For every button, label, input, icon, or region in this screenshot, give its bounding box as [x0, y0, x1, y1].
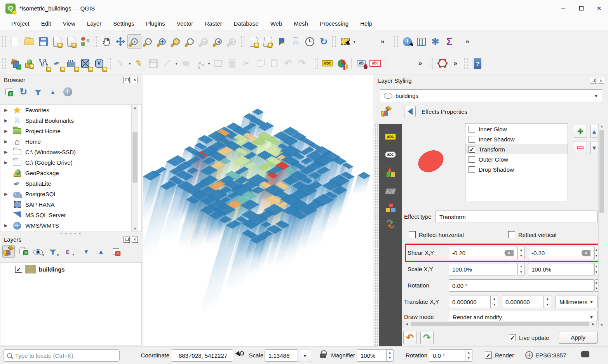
filter-dropdown[interactable]: ▾: [56, 253, 60, 257]
clear-value-icon[interactable]: ✕: [504, 250, 514, 256]
spin-down-icon[interactable]: ▼: [493, 303, 496, 307]
layer-row-buildings[interactable]: buildings: [0, 263, 141, 276]
menu-project[interactable]: Project: [5, 18, 35, 29]
browser-add-layer-button[interactable]: +: [2, 85, 15, 98]
visibility-dropdown[interactable]: ▾: [41, 253, 45, 257]
menu-layer[interactable]: Layer: [81, 18, 108, 29]
pan-to-selection-button[interactable]: [113, 34, 127, 49]
add-feature-button[interactable]: [160, 56, 174, 71]
current-edits-button[interactable]: [113, 56, 127, 71]
spin-up-icon[interactable]: ▲: [595, 249, 598, 252]
scroll-up-icon[interactable]: ▲: [132, 105, 138, 110]
render-checkbox[interactable]: [485, 352, 492, 359]
layer-labeling-button[interactable]: [321, 56, 334, 71]
expand-arrow-icon[interactable]: ▶: [4, 139, 9, 144]
toolbar-grip[interactable]: [2, 58, 6, 69]
shear-x-field[interactable]: -0.20✕: [449, 247, 517, 259]
new-shapefile-layer-button[interactable]: ✱: [36, 56, 50, 71]
expand-arrow-icon[interactable]: ▶: [4, 223, 9, 228]
processing-toolbox-button[interactable]: [428, 34, 442, 49]
rotation-spinner[interactable]: ▲▼: [594, 279, 598, 292]
coordinate-field[interactable]: -8837028, 5412227: [171, 349, 233, 362]
browser-item-geopackage[interactable]: GeoPackage: [0, 168, 141, 178]
menu-settings[interactable]: Settings: [107, 18, 140, 29]
effect-row-outer-glow[interactable]: Outer Glow: [465, 154, 568, 164]
zoom-next-button[interactable]: ▶: [225, 34, 239, 49]
browser-item-postgresql[interactable]: ▶PostgreSQL: [0, 189, 141, 199]
tab-history[interactable]: [383, 216, 398, 232]
undock-panel-button[interactable]: [124, 77, 130, 83]
expand-all-button[interactable]: [80, 245, 92, 258]
styling-layer-selector[interactable]: buildings ▼: [380, 89, 602, 102]
undo-button[interactable]: [281, 56, 295, 71]
pan-map-button[interactable]: [99, 34, 113, 49]
effect-row-inner-shadow[interactable]: Inner Shadow: [465, 134, 568, 144]
layer-visibility-checkbox[interactable]: [15, 266, 22, 273]
layer-diagrams-button[interactable]: [334, 56, 348, 71]
styling-redo-button[interactable]: [420, 331, 434, 344]
open-layer-styling-button[interactable]: [2, 245, 15, 258]
zoom-to-layer-button[interactable]: [183, 34, 197, 49]
effect-checkbox[interactable]: [469, 126, 475, 132]
spin-up-icon[interactable]: ▲: [388, 351, 392, 354]
scrollbar-thumb[interactable]: [132, 132, 138, 183]
expand-arrow-icon[interactable]: ▶: [4, 108, 9, 113]
delete-selected-button[interactable]: [225, 56, 239, 71]
spin-down-icon[interactable]: ▼: [388, 357, 392, 360]
browser-item-spatial-bookmarks[interactable]: ▶Spatial Bookmarks: [0, 115, 141, 126]
map-canvas[interactable]: [143, 75, 373, 346]
browser-refresh-button[interactable]: [17, 85, 30, 98]
statistical-summary-button[interactable]: [414, 34, 428, 49]
menu-view[interactable]: View: [57, 18, 81, 29]
draw-mode-combo[interactable]: Render and modify▼: [449, 311, 598, 321]
browser-scrollbar[interactable]: ▲ ▼: [131, 105, 138, 232]
paste-features-button[interactable]: [267, 56, 281, 71]
zoom-to-selection-button[interactable]: [169, 34, 183, 49]
collapse-all-button[interactable]: [95, 245, 107, 258]
layer-color-swatch[interactable]: [25, 265, 36, 273]
effect-checkbox[interactable]: [469, 136, 475, 143]
redo-button[interactable]: [295, 56, 309, 71]
project-open-button[interactable]: [22, 34, 36, 49]
browser-item-c-drive[interactable]: ▶C:\ (Windows-SSD): [0, 147, 141, 157]
translate-units-combo[interactable]: Millimeters▼: [556, 296, 598, 308]
panel-drag-grip[interactable]: [375, 124, 378, 346]
tab-diagrams[interactable]: [383, 200, 398, 215]
translate-y-field[interactable]: 0.000000: [502, 296, 544, 308]
new-gpx-layer-button[interactable]: V✱: [92, 56, 106, 71]
scroll-up-icon[interactable]: ▲: [599, 124, 605, 129]
rotation-spinner[interactable]: ▲▼: [465, 350, 472, 361]
scale-dropdown-button[interactable]: ▼: [299, 350, 311, 362]
project-save-button[interactable]: [36, 34, 50, 49]
undock-panel-button[interactable]: [124, 237, 130, 243]
styling-undo-button[interactable]: [403, 331, 416, 344]
zoom-native-button[interactable]: 1:1: [197, 34, 211, 49]
add-group-button[interactable]: +: [17, 245, 30, 258]
effects-list[interactable]: Inner Glow Inner Shadow Transform Outer …: [465, 124, 568, 201]
spin-down-icon[interactable]: ▼: [520, 254, 523, 258]
scroll-right-icon[interactable]: ▶: [590, 322, 596, 326]
reflect-vertical-checkbox[interactable]: [508, 231, 515, 238]
menu-plugins[interactable]: Plugins: [140, 18, 171, 29]
spin-up-icon[interactable]: ▲: [520, 249, 523, 252]
rotation-field[interactable]: 0.00 °: [449, 279, 594, 292]
add-feature-dropdown[interactable]: ▾: [174, 61, 179, 66]
refresh-map-button[interactable]: [317, 34, 331, 49]
shear-y-field[interactable]: -0.20✕: [528, 247, 594, 259]
browser-item-g-drive[interactable]: ▶G:\ (Google Drive): [0, 157, 141, 168]
toolbar-grip[interactable]: [464, 58, 468, 69]
browser-properties-button[interactable]: i: [61, 85, 74, 98]
toolbar-overflow-chevron[interactable]: »: [449, 59, 461, 67]
symbology-tab-icon[interactable]: [380, 107, 392, 117]
styling-v-scrollbar[interactable]: ▲ ▼: [598, 124, 605, 328]
expand-arrow-icon[interactable]: ▶: [4, 129, 9, 134]
shear-y-spinner[interactable]: ▲▼: [594, 247, 598, 259]
new-print-layout-button[interactable]: ✱: [50, 34, 64, 49]
effect-checkbox[interactable]: [469, 166, 475, 173]
tab-3d-view[interactable]: [383, 165, 398, 180]
clear-value-icon[interactable]: ✕: [581, 250, 591, 256]
layer-name[interactable]: buildings: [39, 266, 65, 273]
scale-field[interactable]: 1:13486: [265, 349, 298, 362]
menu-web[interactable]: Web: [265, 18, 288, 29]
styling-h-scrollbar[interactable]: ◀ ▶: [403, 321, 597, 327]
